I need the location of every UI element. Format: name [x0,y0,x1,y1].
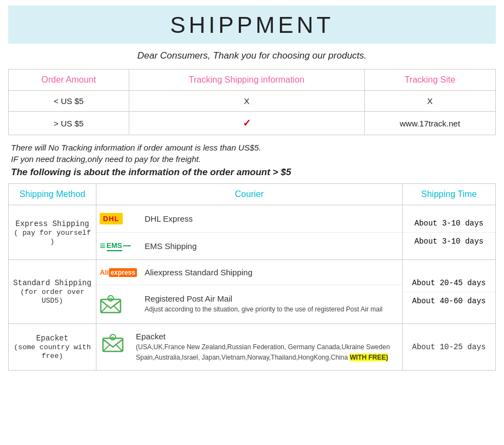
epacket-free-label: WITH FREE) [350,354,388,361]
col-shipping-time: Shipping Time [403,184,496,205]
ali-logo-wrap: Aliexpress [100,268,138,276]
tracking-site-link[interactable]: www.17track.net [400,119,460,128]
col-tracking-info: Tracking Shipping information [129,70,364,91]
express-method-label: Express Shipping [15,219,89,228]
standard-inner-table: Aliexpress Aliexpress Standard Shipping [96,260,402,323]
time-row: About 3-10 days [403,215,495,233]
epacket-row: Epacket (some country with free) [9,324,496,371]
svg-line-6 [103,345,110,351]
regpost-courier-row: R Registered Post Air Mail Adjust accord… [100,290,399,319]
standard-shipping-row: Standard Shipping (for order over USD5) … [9,260,496,324]
epacket-logo-svg: R [102,334,124,355]
ali-time: About 20-45 days [403,274,495,292]
col-shipping-method: Shipping Method [9,184,96,205]
ems-row: ≡ EMS ━━ EMS Shipping [96,233,402,260]
svg-text:R: R [111,336,114,340]
epacket-name: Epacket [136,332,165,341]
site-cell: www.17track.net [364,112,495,135]
amount-cell: < US $5 [9,91,129,112]
tracking-cell: ✓ [129,112,364,135]
express-method-sub: ( pay for yourself ) [14,229,90,246]
ems-name: EMS Shipping [145,241,197,251]
epacket-logo-wrap: R [102,334,129,355]
dhl-courier-row: DHL DHL Express [100,210,399,228]
ali-logo: Aliexpress [100,268,137,276]
time-row: About 40-60 days [403,292,495,310]
epacket-method-sub: (some country with free) [14,343,90,360]
col-order-amount: Order Amount [9,70,129,91]
express-shipping-row: Express Shipping ( pay for yourself ) DH… [9,205,496,260]
regpost-info: Registered Post Air Mail Adjust accordin… [145,294,382,314]
ems-arrow-icon: ≡ [100,240,106,252]
regpost-sub: Adjust according to the situation, give … [145,305,382,313]
info-block: There will No Tracking information if or… [8,143,496,178]
epacket-method-label: Epacket [36,334,68,343]
svg-line-7 [116,345,123,351]
regpost-logo-svg: R [100,295,122,316]
no-tracking-mark: X [244,96,249,106]
aliexpress-row: Aliexpress Aliexpress Standard Shipping [96,260,402,285]
table-row: < US $5 X X [9,91,496,112]
ali-courier-row: Aliexpress Aliexpress Standard Shipping [100,264,399,280]
dhl-logo: DHL [100,213,123,224]
ems-logo-wrap: ≡ EMS ━━ [100,240,138,252]
svg-line-1 [101,306,107,313]
ems-courier-row: ≡ EMS ━━ EMS Shipping [100,237,399,255]
ali-text: Ali [100,268,109,276]
standard-method-sub: (for order over USD5) [20,288,84,305]
express-method-cell: Express Shipping ( pay for yourself ) [9,205,96,260]
ems-logo: ≡ EMS ━━ [100,240,131,252]
standard-method-label: Standard Shipping [13,279,91,287]
epacket-method-cell: Epacket (some country with free) [9,324,96,371]
col-courier: Courier [96,184,403,205]
epacket-time-cell: About 10-25 days [403,324,496,371]
page-title: SHIPPMENT [8,12,496,38]
standard-time-inner: About 20-45 days About 40-60 days [403,274,495,310]
info-line2: IF yon need tracking,only need to pay fo… [11,154,493,164]
express-time-inner: About 3-10 days About 3-10 days [403,215,495,250]
ems-time: About 3-10 days [403,233,495,251]
time-row: About 3-10 days [403,233,495,251]
ems-text: EMS [107,241,122,251]
svg-text:R: R [109,297,112,301]
dhl-row: DHL DHL Express [96,205,402,233]
epacket-info: Epacket (USA,UK,France New Zealand,Russi… [136,332,397,362]
standard-method-cell: Standard Shipping (for order over USD5) [9,260,96,324]
info-line3: The following is about the information o… [11,167,493,178]
tracking-cell: X [129,91,364,112]
site-cell: X [364,91,495,112]
express-time-cell: About 3-10 days About 3-10 days [403,205,496,260]
aliexpress-cell: Aliexpress Aliexpress Standard Shipping [96,260,402,285]
svg-line-2 [114,306,121,313]
regpost-cell: R Registered Post Air Mail Adjust accord… [96,285,402,324]
epacket-courier-row: R Epacket (USA,UK,France New Zealand,Rus… [102,328,397,366]
no-site-mark: X [427,96,433,106]
dhl-logo-wrap: DHL [100,213,138,224]
standard-courier-cell: Aliexpress Aliexpress Standard Shipping [96,260,403,324]
ali-name: Aliexpress Standard Shipping [145,268,253,277]
regpost-name: Registered Post Air Mail [145,294,232,303]
ems-cell: ≡ EMS ━━ EMS Shipping [96,233,402,260]
ali-express-badge: express [109,268,137,277]
regpost-logo-wrap: R [100,295,138,316]
epacket-sub: (USA,UK,France New Zealand,Russian Feder… [136,343,390,361]
dhl-cell: DHL DHL Express [96,205,402,233]
info-line1: There will No Tracking information if or… [11,143,493,152]
check-mark: ✓ [243,118,251,129]
tracking-table: Order Amount Tracking Shipping informati… [8,69,496,135]
standard-time-cell: About 20-45 days About 40-60 days [403,260,496,324]
col-tracking-site: Tracking Site [364,70,495,91]
table-row: > US $5 ✓ www.17track.net [9,112,496,135]
intro-text: Dear Consumers, Thank you for choosing o… [8,50,496,61]
regpost-row: R Registered Post Air Mail Adjust accord… [96,285,402,324]
amount-cell: > US $5 [9,112,129,135]
title-bar: SHIPPMENT [8,5,496,44]
dhl-time: About 3-10 days [403,215,495,233]
dhl-name: DHL Express [145,214,193,223]
express-courier-cell: DHL DHL Express [96,205,403,260]
express-inner-table: DHL DHL Express [96,205,402,259]
ems-lines-icon: ━━ [123,242,131,250]
time-row: About 20-45 days [403,274,495,292]
epacket-courier-cell: R Epacket (USA,UK,France New Zealand,Rus… [96,324,403,371]
regpost-time: About 40-60 days [403,292,495,310]
